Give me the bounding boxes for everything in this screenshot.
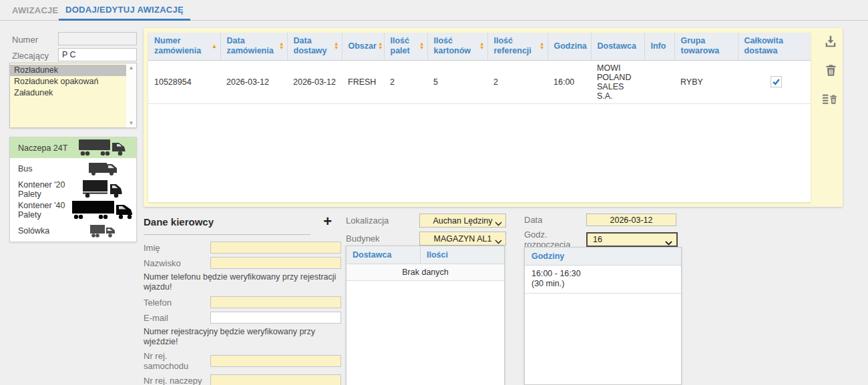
chevron-down-icon <box>495 237 502 246</box>
tab-dodaj-edytuj-awizacje[interactable]: DODAJ/EDYTUJ AWIZACJĘ <box>59 0 190 21</box>
scroll-down-icon[interactable]: ▼ <box>129 120 134 126</box>
orders-header-row: Numer zamówienia▲ Data zamówienia▲▼ Data… <box>148 33 811 60</box>
chevron-down-icon <box>665 238 672 248</box>
add-driver-button[interactable]: + <box>323 215 332 228</box>
phone-verification-note: Numer telefonu będzie weryfikowany przy … <box>144 272 341 292</box>
sort-both-icon: ▲▼ <box>419 42 424 50</box>
clear-list-icon <box>823 91 839 106</box>
order-row[interactable]: 10528954 2026-03-12 2026-03-12 FRESH 2 5… <box>148 60 811 103</box>
nr-rej-samochodu-input[interactable] <box>210 355 341 367</box>
check-icon <box>772 78 781 85</box>
listbox-scrollbar[interactable]: ▲ ▼ <box>126 63 136 127</box>
nazwisko-input[interactable] <box>210 257 341 269</box>
lokalizacja-select[interactable]: Auchan Lędziny <box>419 214 506 228</box>
telefon-label: Telefon <box>144 298 210 308</box>
tab-bar: AWIZACJE DODAJ/EDYTUJ AWIZACJĘ <box>0 0 868 21</box>
operation-type-listbox: Rozładunek Rozładunek opakowań Załadunek… <box>9 63 137 128</box>
zlecajacy-input[interactable] <box>58 48 137 61</box>
delete-button[interactable] <box>823 62 839 78</box>
column-obszar[interactable]: Obszar▲▼ <box>342 33 384 60</box>
budynek-label: Budynek <box>346 234 419 244</box>
godziny-header: Godziny <box>525 248 681 266</box>
time-slot[interactable]: 16:00 - 16:30 (30 min.) <box>525 266 681 294</box>
vehicle-item-bus[interactable]: Bus <box>10 158 136 179</box>
vehicle-item-kontener-20-palety[interactable]: Kontener '20 Palety <box>10 179 136 200</box>
van-icon <box>69 160 136 177</box>
schedule-section: Data Godz. rozpoczęcia 16 Godziny 16:00 … <box>524 214 682 253</box>
nr-rej-samochodu-label: Nr rej. samochodu <box>144 351 210 371</box>
list-item-rozladunek[interactable]: Rozładunek <box>10 65 126 76</box>
orders-panel: Numer zamówienia▲ Data zamówienia▲▼ Data… <box>144 28 843 207</box>
nr-rej-naczepy-label: Nr rej. naczepy <box>144 376 210 385</box>
column-ilosci[interactable]: Ilości <box>421 250 448 260</box>
operation-type-items: Rozładunek Rozładunek opakowań Załadunek <box>10 63 126 127</box>
lokalizacja-label: Lokalizacja <box>346 216 419 226</box>
column-dostawca[interactable]: Dostawca <box>591 33 644 60</box>
sort-both-icon: ▲▼ <box>378 42 383 50</box>
cell-grupa-towarowa: RYBY <box>674 60 738 103</box>
cell-calkowita-dostawa <box>738 60 811 103</box>
imie-label: Imię <box>144 243 210 253</box>
list-item-zaladunek[interactable]: Załadunek <box>10 87 126 99</box>
registration-verification-note: Numer rejestracyjny będzie weryfikowany … <box>144 327 341 347</box>
cell-data-zamowienia: 2026-03-12 <box>220 60 287 103</box>
godz-rozpoczecia-select[interactable]: 16 <box>586 232 678 247</box>
nr-rej-naczepy-input[interactable] <box>210 374 341 385</box>
chevron-down-icon <box>495 219 502 228</box>
data-input[interactable] <box>586 214 676 226</box>
driver-form-title: Dane kierowcy <box>144 216 214 228</box>
vehicle-type-list: Naczepa 24T Bus <box>9 137 137 242</box>
clear-list-button[interactable] <box>823 91 839 107</box>
sort-both-icon: ▲▼ <box>539 42 544 50</box>
tab-awizacje[interactable]: AWIZACJE <box>5 0 65 21</box>
numer-label: Numer <box>12 35 38 45</box>
column-grupa-towarowa[interactable]: Grupa towarowa <box>674 33 738 60</box>
budynek-select[interactable]: MAGAZYN AL1 <box>419 232 506 246</box>
cell-numer-zamowienia: 10528954 <box>148 60 220 103</box>
zlecajacy-label: Zlecający <box>12 51 49 61</box>
email-input[interactable] <box>210 312 341 324</box>
vehicle-item-naczepa-24t[interactable]: Naczepa 24T <box>10 137 136 158</box>
data-label: Data <box>524 215 586 225</box>
sort-both-icon: ▲▼ <box>279 42 284 50</box>
column-data-zamowienia[interactable]: Data zamówienia▲▼ <box>220 33 287 60</box>
column-data-dostawy[interactable]: Data dostawy▲▼ <box>287 33 342 60</box>
column-calkowita-dostawa[interactable]: Całkowita dostawa <box>738 33 811 60</box>
telefon-input[interactable] <box>210 296 341 308</box>
cell-dostawca: MOWI POLAND SALES S.A. <box>591 60 644 103</box>
vehicle-item-kontener-40-palety[interactable]: Kontener '40 Palety <box>10 200 136 221</box>
vehicle-item-solowka[interactable]: Solówka <box>10 221 136 242</box>
numer-input[interactable] <box>58 32 137 45</box>
column-godzina[interactable]: Godzina <box>548 33 591 60</box>
download-icon <box>823 34 838 49</box>
small-truck-icon <box>69 223 136 239</box>
driver-form: Dane kierowcy + Imię Nazwisko Numer tele… <box>144 214 341 385</box>
cell-info <box>644 60 674 103</box>
suppliers-table: Dostawca Ilości Brak danych <box>346 246 505 385</box>
scroll-up-icon[interactable]: ▲ <box>129 65 134 71</box>
cell-godzina: 16:00 <box>548 60 591 103</box>
cell-ilosc-palet: 2 <box>384 60 427 103</box>
box-truck-icon <box>69 179 136 200</box>
column-ilosc-referencji[interactable]: Ilość referencji▲▼ <box>487 33 548 60</box>
column-info[interactable]: Info <box>644 33 674 60</box>
sort-both-icon: ▲▼ <box>334 42 339 50</box>
sort-both-icon: ▲▼ <box>479 42 484 50</box>
cell-data-dostawy: 2026-03-12 <box>287 60 342 103</box>
column-ilosc-kartonow[interactable]: Ilość kartonów▲▼ <box>427 33 487 60</box>
suppliers-header-row: Dostawca Ilości <box>347 246 504 264</box>
imie-input[interactable] <box>210 242 341 254</box>
nazwisko-label: Nazwisko <box>144 258 210 268</box>
download-button[interactable] <box>823 33 839 49</box>
email-label: E-mail <box>144 313 210 323</box>
no-data-row: Brak danych <box>347 264 504 281</box>
column-ilosc-palet[interactable]: Ilość palet▲▼ <box>384 33 427 60</box>
orders-table: Numer zamówienia▲ Data zamówienia▲▼ Data… <box>148 33 811 202</box>
list-item-rozladunek-opakowan[interactable]: Rozładunek opakowań <box>10 76 126 87</box>
godziny-panel: Godziny 16:00 - 16:30 (30 min.) <box>524 247 682 385</box>
calkowita-dostawa-checkbox[interactable] <box>771 76 782 87</box>
column-numer-zamowienia[interactable]: Numer zamówienia▲ <box>148 33 220 60</box>
divider <box>144 234 310 235</box>
column-dostawca[interactable]: Dostawca <box>347 246 421 264</box>
orders-toolbar <box>821 33 841 107</box>
